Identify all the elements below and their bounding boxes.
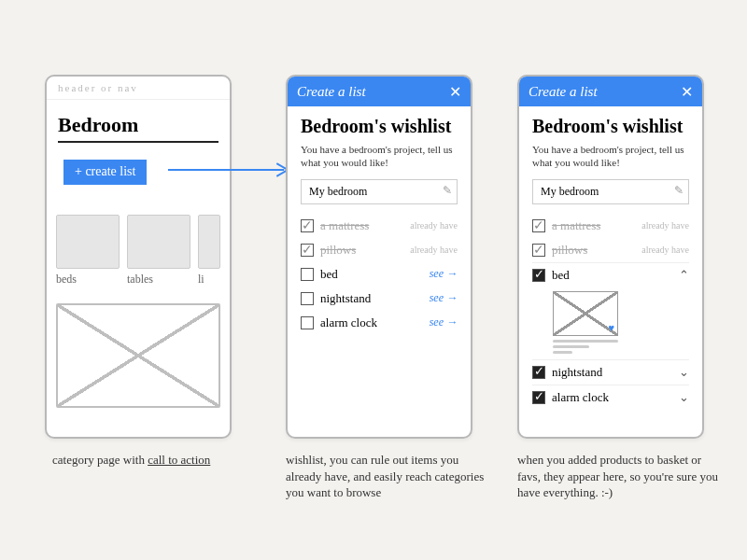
category-tiles: beds tables li: [56, 215, 220, 287]
wishlist-heading: Bedroom's wishlist: [532, 116, 689, 136]
list-name-input[interactable]: [301, 179, 458, 204]
close-icon[interactable]: ✕: [681, 83, 693, 101]
close-icon[interactable]: ✕: [449, 83, 461, 101]
checkbox-checked-icon[interactable]: [532, 391, 545, 404]
modal-title: Create a list: [529, 84, 598, 100]
modal-header: Create a list ✕: [519, 77, 702, 106]
tile-thumb: [127, 215, 190, 269]
chevron-up-icon[interactable]: ⌃: [679, 268, 689, 283]
checkbox-checked-icon[interactable]: [532, 269, 545, 282]
checkbox-empty-icon[interactable]: [301, 316, 314, 329]
item-label: bed: [552, 268, 570, 283]
product-preview[interactable]: ♥: [553, 291, 689, 354]
already-have-label: already have: [410, 245, 458, 255]
item-want-alarm-clock[interactable]: alarm clock see →: [301, 311, 458, 335]
item-have-pillows[interactable]: pillows already have: [301, 238, 458, 262]
phone-screen-wishlist: Create a list ✕ Bedroom's wishlist You h…: [286, 75, 472, 439]
wishlist-prompt: You have a bedroom's project, tell us wh…: [532, 144, 689, 170]
item-want-bed[interactable]: bed see →: [301, 262, 458, 287]
item-label: a mattress: [320, 218, 369, 233]
item-have-mattress[interactable]: a mattress already have: [532, 214, 689, 238]
tile-label: beds: [56, 273, 120, 287]
see-link[interactable]: see →: [430, 267, 458, 281]
tile-cutoff[interactable]: li: [198, 215, 220, 287]
checkbox-checked-icon[interactable]: [301, 244, 314, 257]
chevron-down-icon[interactable]: ⌄: [679, 365, 689, 380]
caption-screen3: when you added products to basket or fav…: [517, 452, 723, 501]
tile-thumb: [198, 215, 220, 269]
chevron-down-icon[interactable]: ⌄: [679, 390, 689, 405]
modal-header: Create a list ✕: [288, 77, 471, 106]
item-label: alarm clock: [320, 315, 377, 330]
item-label: nightstand: [320, 291, 371, 306]
already-have-label: already have: [641, 245, 689, 255]
see-link[interactable]: see →: [430, 291, 458, 305]
caption-screen2: wishlist, you can rule out items you alr…: [286, 452, 491, 501]
create-list-button[interactable]: + create list: [63, 160, 147, 185]
list-name-input[interactable]: [532, 179, 689, 204]
item-have-pillows[interactable]: pillows already have: [532, 238, 689, 262]
wishlist-heading: Bedroom's wishlist: [301, 116, 458, 136]
heart-icon[interactable]: ♥: [608, 322, 614, 333]
checkbox-checked-icon[interactable]: [532, 366, 545, 379]
checkbox-checked-icon[interactable]: [532, 244, 545, 257]
phone-screen-wishlist-added: Create a list ✕ Bedroom's wishlist You h…: [517, 75, 704, 439]
already-have-label: already have: [641, 220, 689, 231]
tile-tables[interactable]: tables: [127, 215, 190, 287]
wishlist-prompt: You have a bedroom's project, tell us wh…: [301, 144, 458, 170]
tile-label: li: [198, 273, 220, 287]
checkbox-checked-icon[interactable]: [301, 219, 314, 232]
product-thumb-placeholder: ♥: [553, 291, 618, 336]
item-have-mattress[interactable]: a mattress already have: [301, 214, 458, 238]
already-have-label: already have: [410, 220, 458, 231]
checkbox-empty-icon[interactable]: [301, 292, 314, 305]
tile-label: tables: [127, 273, 190, 287]
hero-placeholder: [56, 303, 220, 408]
caption-screen1: category page with call to action: [52, 452, 248, 469]
flow-arrow-icon: [166, 161, 295, 179]
product-text-lines: [553, 340, 618, 354]
item-label: alarm clock: [552, 390, 609, 405]
item-want-nightstand[interactable]: nightstand see →: [301, 287, 458, 311]
tile-beds[interactable]: beds: [56, 215, 120, 287]
item-label: nightstand: [552, 365, 602, 380]
see-link[interactable]: see →: [430, 315, 458, 329]
phone-screen-category: header or nav Bedroom + create list beds…: [45, 75, 232, 439]
item-label: pillows: [320, 243, 356, 258]
item-label: bed: [320, 267, 338, 282]
checkbox-empty-icon[interactable]: [301, 268, 314, 281]
page-title: Bedroom: [58, 113, 218, 143]
item-label: a mattress: [552, 218, 600, 233]
checkbox-checked-icon[interactable]: [532, 219, 545, 232]
item-alarm-clock[interactable]: alarm clock ⌄: [532, 385, 689, 410]
header-nav-placeholder: header or nav: [47, 77, 230, 100]
modal-title: Create a list: [297, 84, 366, 100]
item-nightstand[interactable]: nightstand ⌄: [532, 359, 689, 385]
item-expanded-bed[interactable]: bed ⌃: [532, 262, 689, 287]
item-label: pillows: [552, 243, 587, 258]
edit-icon[interactable]: ✎: [443, 184, 452, 198]
tile-thumb: [56, 215, 120, 269]
edit-icon[interactable]: ✎: [674, 184, 684, 198]
